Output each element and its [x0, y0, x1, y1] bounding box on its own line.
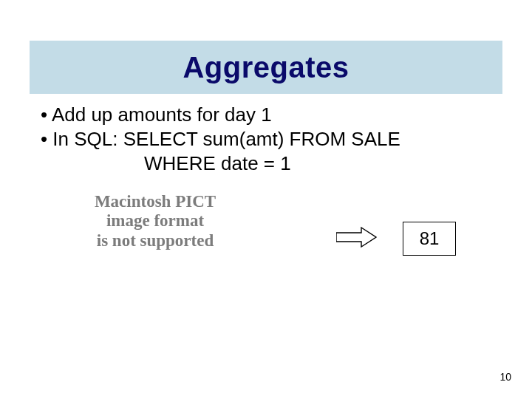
- bullet-item-2: • In SQL: SELECT sum(amt) FROM SALE: [41, 128, 495, 151]
- page-number: 10: [499, 371, 511, 383]
- bullet-list: • Add up amounts for day 1 • In SQL: SEL…: [41, 103, 495, 177]
- pict-placeholder: Macintosh PICT image format is not suppo…: [59, 192, 251, 250]
- pict-line-1: Macintosh PICT: [59, 192, 251, 211]
- arrow-icon: [336, 226, 378, 251]
- title-band: Aggregates: [30, 41, 502, 94]
- bullet-item-2-continuation: WHERE date = 1: [41, 152, 495, 175]
- bullet-item-1: • Add up amounts for day 1: [41, 103, 495, 126]
- result-cell: 81: [403, 222, 456, 256]
- pict-line-2: image format: [59, 211, 251, 231]
- pict-line-3: is not supported: [59, 231, 251, 250]
- slide-title: Aggregates: [183, 51, 349, 84]
- result-value: 81: [420, 228, 440, 249]
- svg-marker-0: [336, 228, 376, 247]
